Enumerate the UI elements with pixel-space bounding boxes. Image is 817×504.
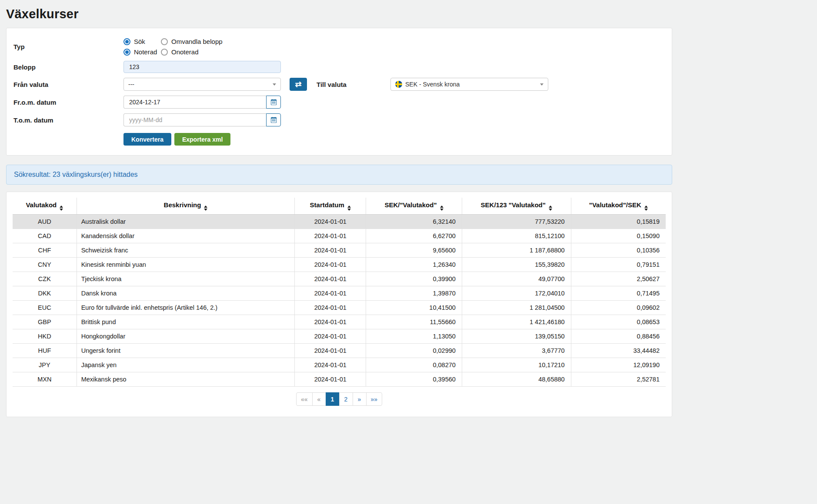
beskrivning-cell: Kanadensisk dollar <box>77 229 295 243</box>
tom-datum-label: T.o.m. datum <box>13 116 123 124</box>
table-row[interactable]: CZKTjeckisk krona2024-01-010,3990049,077… <box>13 272 666 286</box>
valutakod-cell: CZK <box>13 272 77 286</box>
valutakod-cell: CAD <box>13 229 77 243</box>
till-valuta-label: Till valuta <box>317 81 390 88</box>
table-row[interactable]: DKKDansk krona2024-01-011,39870172,04010… <box>13 286 666 301</box>
fom-datum-input[interactable] <box>123 96 266 109</box>
valutakod-cell: MXN <box>13 372 77 387</box>
column-header-label: Beskrivning <box>164 201 201 209</box>
chevron-down-icon <box>540 83 544 86</box>
column-header-label: Valutakod <box>26 201 57 209</box>
sek123-per-valutakod-cell: 10,17210 <box>462 358 571 372</box>
valutakod-cell: AUD <box>13 215 77 229</box>
startdatum-cell: 2024-01-01 <box>295 301 366 315</box>
typ-radio-onoterad[interactable]: Onoterad <box>161 48 223 56</box>
valutakod-per-sek-cell: 0,15819 <box>571 215 666 229</box>
startdatum-cell: 2024-01-01 <box>295 243 366 258</box>
exportera-xml-button[interactable]: Exportera xml <box>174 133 230 146</box>
pagination-last[interactable]: »» <box>366 392 383 406</box>
beskrivning-cell: Kinesisk renminbi yuan <box>77 258 295 272</box>
valutakod-per-sek-header[interactable]: "Valutakod"/SEK <box>571 198 666 215</box>
sek-per-valutakod-cell: 0,02990 <box>366 344 462 358</box>
valutakod-cell: JPY <box>13 358 77 372</box>
beskrivning-cell: Brittisk pund <box>77 315 295 329</box>
valutakod-cell: CNY <box>13 258 77 272</box>
sort-icon <box>204 206 207 211</box>
radio-icon <box>123 38 130 45</box>
radio-icon <box>161 38 168 45</box>
sek123-per-valutakod-header[interactable]: SEK/123 "Valutakod" <box>462 198 571 215</box>
startdatum-cell: 2024-01-01 <box>295 229 366 243</box>
valutakod-header[interactable]: Valutakod <box>13 198 77 215</box>
results-table-card: ValutakodBeskrivningStartdatumSEK/"Valut… <box>6 192 672 417</box>
table-row[interactable]: CHFSchweizisk franc2024-01-019,656001 18… <box>13 243 666 258</box>
form-buttons-row: Konvertera Exportera xml <box>13 133 665 146</box>
typ-radio-noterad[interactable]: Noterad <box>123 48 161 56</box>
tom-datum-input[interactable] <box>123 113 266 126</box>
table-row[interactable]: JPYJapansk yen2024-01-010,0827010,172101… <box>13 358 666 372</box>
startdatum-cell: 2024-01-01 <box>295 344 366 358</box>
typ-radio-sok[interactable]: Sök <box>123 38 161 45</box>
startdatum-cell: 2024-01-01 <box>295 272 366 286</box>
table-header-row: ValutakodBeskrivningStartdatumSEK/"Valut… <box>13 198 666 215</box>
search-result-banner: Sökresultat: 23 växlingskurs(er) hittade… <box>6 165 672 185</box>
radio-label: Omvandla belopp <box>171 38 223 45</box>
sek123-per-valutakod-cell: 48,65880 <box>462 372 571 387</box>
till-valuta-select[interactable]: SEK - Svensk krona <box>390 78 548 91</box>
column-header-label: SEK/123 "Valutakod" <box>481 201 546 209</box>
rates-table: ValutakodBeskrivningStartdatumSEK/"Valut… <box>13 198 666 387</box>
startdatum-cell: 2024-01-01 <box>295 315 366 329</box>
table-row[interactable]: MXNMexikansk peso2024-01-010,3956048,658… <box>13 372 666 387</box>
tom-datum-group <box>123 113 281 126</box>
chevron-down-icon <box>273 83 276 86</box>
beskrivning-header[interactable]: Beskrivning <box>77 198 295 215</box>
beskrivning-cell: Tjeckisk krona <box>77 272 295 286</box>
table-row[interactable]: HKDHongkongdollar2024-01-011,13050139,05… <box>13 329 666 344</box>
column-header-label: "Valutakod"/SEK <box>589 201 641 209</box>
table-row[interactable]: CADKanadensisk dollar2024-01-016,6270081… <box>13 229 666 243</box>
sek123-per-valutakod-cell: 49,07700 <box>462 272 571 286</box>
table-row[interactable]: HUFUngersk forint2024-01-010,029903,6777… <box>13 344 666 358</box>
table-row[interactable]: CNYKinesisk renminbi yuan2024-01-011,263… <box>13 258 666 272</box>
pagination-page-2[interactable]: 2 <box>339 392 353 406</box>
fom-datum-calendar-button[interactable] <box>266 96 281 109</box>
pagination-page-1[interactable]: 1 <box>326 392 340 406</box>
belopp-input[interactable] <box>123 61 281 73</box>
konvertera-button[interactable]: Konvertera <box>123 133 171 146</box>
swap-currencies-button[interactable]: ⇄ <box>290 78 307 91</box>
calendar-icon <box>270 117 277 123</box>
sort-icon <box>440 206 444 211</box>
startdatum-header[interactable]: Startdatum <box>295 198 366 215</box>
table-row[interactable]: EUCEuro för tullvärde inkl. enhetspris (… <box>13 301 666 315</box>
beskrivning-cell: Schweizisk franc <box>77 243 295 258</box>
sek-per-valutakod-cell: 10,41500 <box>366 301 462 315</box>
radio-label: Noterad <box>134 48 157 56</box>
valutakod-per-sek-cell: 33,44482 <box>571 344 666 358</box>
radio-label: Sök <box>134 38 145 45</box>
valutakod-per-sek-cell: 2,52781 <box>571 372 666 387</box>
valutakod-per-sek-cell: 0,79151 <box>571 258 666 272</box>
beskrivning-cell: Ungersk forint <box>77 344 295 358</box>
search-form-card: Typ SökOmvandla beloppNoteradOnoterad Be… <box>6 28 672 156</box>
fom-datum-row: Fr.o.m. datum <box>13 96 665 109</box>
sek123-per-valutakod-cell: 1 421,46180 <box>462 315 571 329</box>
sek-per-valutakod-header[interactable]: SEK/"Valutakod" <box>366 198 462 215</box>
tom-datum-calendar-button[interactable] <box>266 113 281 126</box>
sek-per-valutakod-cell: 9,65600 <box>366 243 462 258</box>
table-row[interactable]: GBPBrittisk pund2024-01-0111,556601 421,… <box>13 315 666 329</box>
pagination-next[interactable]: » <box>353 392 367 406</box>
sort-icon <box>347 206 351 211</box>
table-row[interactable]: AUDAustralisk dollar2024-01-016,32140777… <box>13 215 666 229</box>
sort-icon <box>644 206 648 211</box>
fran-valuta-label: Från valuta <box>13 81 123 88</box>
startdatum-cell: 2024-01-01 <box>295 286 366 301</box>
typ-radio-omvandla-belopp[interactable]: Omvandla belopp <box>161 38 223 45</box>
sek123-per-valutakod-cell: 3,67770 <box>462 344 571 358</box>
sek-per-valutakod-cell: 0,08270 <box>366 358 462 372</box>
valutakod-per-sek-cell: 0,08653 <box>571 315 666 329</box>
column-header-label: Startdatum <box>310 201 344 209</box>
fran-valuta-select[interactable]: --- <box>123 78 281 91</box>
valutakod-cell: EUC <box>13 301 77 315</box>
sek-per-valutakod-cell: 11,55660 <box>366 315 462 329</box>
beskrivning-cell: Dansk krona <box>77 286 295 301</box>
